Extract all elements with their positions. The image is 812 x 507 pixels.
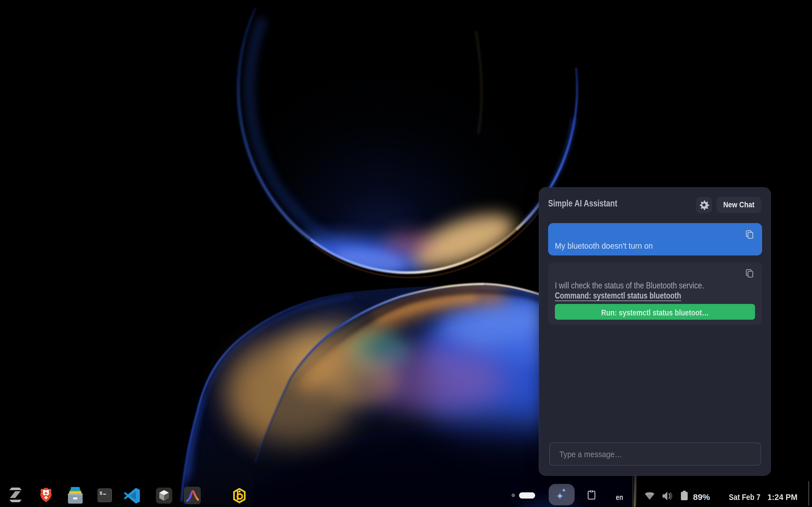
svg-text:$: $: [100, 491, 102, 496]
